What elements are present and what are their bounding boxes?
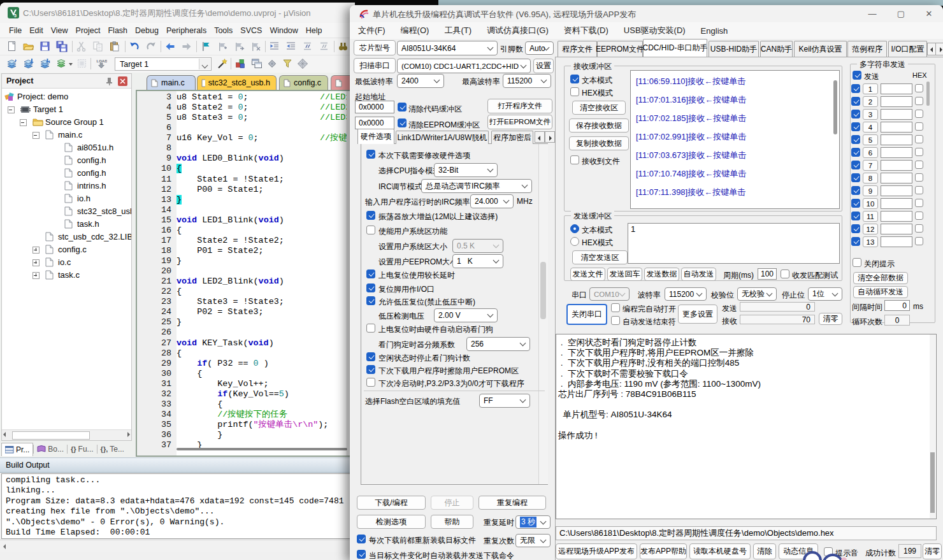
repeat-delay-select[interactable]: 3 秒 <box>515 515 551 529</box>
zero-success-button[interactable]: 清零 <box>923 543 942 559</box>
target-select-arrow[interactable] <box>199 59 210 69</box>
tree-item-config.h[interactable]: config.h <box>2 167 131 180</box>
multi-row-1-hex-checkbox[interactable] <box>915 84 923 92</box>
opt-modify-checkbox[interactable] <box>366 150 375 159</box>
multi-row-8-send-checkbox[interactable] <box>851 173 860 182</box>
translate-icon[interactable] <box>6 58 18 70</box>
period-input[interactable]: 100 <box>758 268 777 280</box>
auto-send-button[interactable]: 自动发送 <box>681 268 716 281</box>
manage-components-icon[interactable] <box>234 58 247 70</box>
option-tab-0[interactable]: 硬件选项 <box>357 129 394 144</box>
check-options-button[interactable]: 检测选项 <box>357 515 426 529</box>
uvision-menu-help[interactable]: Help <box>302 24 326 37</box>
close-project-panel-icon[interactable] <box>118 76 127 86</box>
uvision-menu-tools[interactable]: Tools <box>210 24 236 37</box>
recv-tofile-checkbox[interactable] <box>570 155 579 164</box>
reload-checkbox[interactable] <box>357 535 366 543</box>
opt-osc-gain-checkbox[interactable] <box>366 211 375 220</box>
eeprom-addr-input[interactable]: 0x0000 <box>355 117 394 129</box>
match-test-checkbox[interactable] <box>781 269 789 278</box>
tree-item-config.c[interactable]: config.c <box>2 243 131 256</box>
build-output-content[interactable]: compiling task.c... linking... Program S… <box>1 473 354 539</box>
uvision-menu-svcs[interactable]: SVCS <box>236 24 266 37</box>
rebuild-icon[interactable] <box>40 58 52 70</box>
uvision-menu-view[interactable]: View <box>47 24 72 37</box>
editor-tab-stc32_stc8_usb.h[interactable]: stc32_stc8_usb.h <box>197 75 277 90</box>
open-eeprom-button[interactable]: 打开EEPROM文件 <box>487 115 552 129</box>
editor-hscrollbar[interactable] <box>176 448 347 450</box>
main-tab-5[interactable]: Keil仿真设置 <box>794 41 847 57</box>
multi-row-7-input[interactable] <box>881 160 912 171</box>
stc-menu-3[interactable]: 调试仿真接口(G) <box>479 22 556 39</box>
project-panel-hscrollbar[interactable] <box>2 429 131 440</box>
opt-cold-boot-checkbox[interactable] <box>366 378 375 387</box>
auto-open-checkbox[interactable] <box>611 303 620 312</box>
uvision-menu-file[interactable]: File <box>5 24 25 37</box>
tree-item-stc32-stc8-usb[interactable]: stc32_stc8_usb <box>2 205 131 218</box>
irc-freq-select[interactable]: 24.000 <box>470 194 514 208</box>
multi-row-12-button[interactable]: 12 <box>863 224 878 234</box>
download-code-icon[interactable]: LOAD <box>96 58 108 70</box>
receive-log-scrollbar[interactable] <box>833 80 837 134</box>
serial-port-combo[interactable]: COM10 <box>589 287 630 301</box>
stop-button[interactable]: 停止 <box>431 496 473 510</box>
opt-por-delay-checkbox[interactable] <box>366 269 375 278</box>
multi-row-5-button[interactable]: 5 <box>863 134 878 145</box>
multi-row-9-send-checkbox[interactable] <box>851 186 860 195</box>
multi-row-12-send-checkbox[interactable] <box>851 224 860 233</box>
main-tab-4[interactable]: CAN助手 <box>760 41 793 57</box>
main-tab-1[interactable]: EEPROM文件 <box>597 41 643 57</box>
multi-row-4-send-checkbox[interactable] <box>851 122 860 131</box>
multi-row-3-send-checkbox[interactable] <box>851 110 860 118</box>
option-tabs-right[interactable] <box>545 131 555 143</box>
tree-item-io.c[interactable]: io.c <box>2 256 131 269</box>
multi-row-3-hex-checkbox[interactable] <box>915 110 923 118</box>
navigate-back-icon[interactable] <box>164 41 176 53</box>
stop-build-icon[interactable] <box>76 58 89 70</box>
multi-row-3-input[interactable] <box>881 109 912 120</box>
stc-menu-0[interactable]: 文件(F) <box>350 22 393 39</box>
mesh-icon[interactable] <box>297 58 309 70</box>
cpu-mode-select[interactable]: 32-Bit <box>434 163 498 177</box>
code-area[interactable]: 3u8 State1 = 0; //LED14u8 State2 = 0; //… <box>137 92 347 457</box>
multi-row-13-hex-checkbox[interactable] <box>915 237 923 245</box>
multi-row-4-hex-checkbox[interactable] <box>915 122 923 131</box>
find-in-files-icon[interactable] <box>338 41 350 53</box>
multi-row-6-button[interactable]: 6 <box>863 147 878 158</box>
scan-port-button[interactable]: 扫描串口 <box>354 58 396 73</box>
multi-row-2-input[interactable] <box>881 96 912 107</box>
undo-icon[interactable] <box>129 41 141 53</box>
multi-row-3-button[interactable]: 3 <box>863 109 878 120</box>
main-tab-7[interactable]: I/O口配置 <box>888 41 927 57</box>
multi-row-1-send-checkbox[interactable] <box>851 84 860 93</box>
close-icon[interactable]: ✕ <box>915 5 943 22</box>
repeat-program-button[interactable]: 重复编程 <box>479 496 546 510</box>
collapse-icon[interactable] <box>32 132 40 139</box>
send-text-mode-radio[interactable] <box>570 224 579 233</box>
message-panel[interactable]: . 空闲状态时看门狗定时器停止计数 . 下次下载用户程序时,将用户EEPROM区… <box>556 334 937 519</box>
clear-recv-button[interactable]: 清空接收区 <box>572 101 626 115</box>
comment-icon[interactable] <box>302 41 314 53</box>
recv-hex-mode-checkbox[interactable] <box>570 87 579 96</box>
multi-row-6-send-checkbox[interactable] <box>851 148 860 157</box>
multi-row-11-button[interactable]: 11 <box>863 211 878 222</box>
multi-row-12-hex-checkbox[interactable] <box>915 224 923 233</box>
stc-menu-4[interactable]: 资料下载(D) <box>556 22 616 39</box>
windows-arrange-icon[interactable] <box>251 58 263 70</box>
multi-row-7-hex-checkbox[interactable] <box>915 161 923 169</box>
opt-user-sys-checkbox[interactable] <box>366 226 375 234</box>
dock-tab-1[interactable]: Bo... <box>34 443 67 456</box>
multi-row-4-button[interactable]: 4 <box>863 122 878 133</box>
uvision-menu-project[interactable]: Project <box>72 24 104 37</box>
option-tab-1[interactable]: Link1D/Writer1A/U8W脱机 <box>396 131 489 144</box>
fill-select[interactable]: FF <box>479 394 530 408</box>
send-end-checkbox[interactable] <box>611 316 620 325</box>
multi-row-2-send-checkbox[interactable] <box>851 97 860 106</box>
uvision-menu-window[interactable]: Window <box>266 24 301 37</box>
stc-menu-6[interactable]: English <box>693 24 736 38</box>
collapse-icon[interactable] <box>8 106 15 113</box>
stc-menu-5[interactable]: USB驱动安装(D) <box>616 22 693 39</box>
send-hex-mode-radio[interactable] <box>570 237 579 246</box>
main-tab-0[interactable]: 程序文件 <box>558 41 597 57</box>
tree-item-ai8051u.h[interactable]: ai8051u.h <box>2 141 131 154</box>
